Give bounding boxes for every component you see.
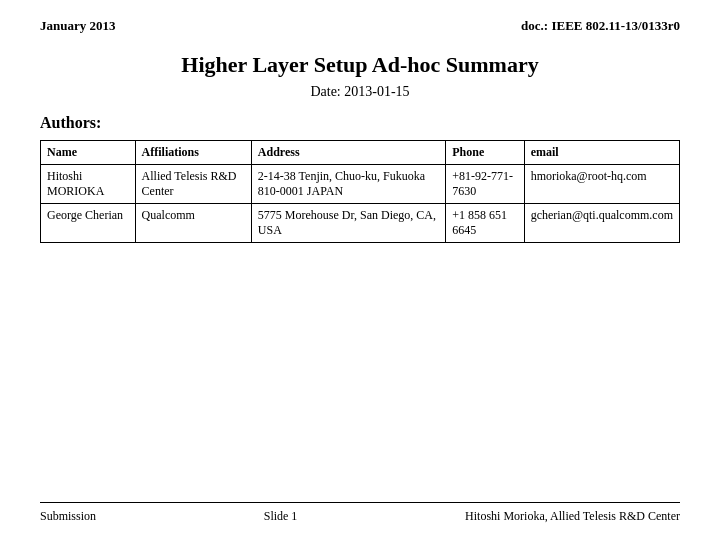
cell-name: Hitoshi MORIOKA (41, 165, 136, 204)
cell-email: hmorioka@root-hq.com (524, 165, 679, 204)
header-doc: doc.: IEEE 802.11-13/0133r0 (521, 18, 680, 34)
page: January 2013 doc.: IEEE 802.11-13/0133r0… (0, 0, 720, 540)
main-title: Higher Layer Setup Ad-hoc Summary (40, 52, 680, 78)
col-header-email: email (524, 141, 679, 165)
col-header-name: Name (41, 141, 136, 165)
footer-left: Submission (40, 509, 96, 524)
date-line: Date: 2013-01-15 (40, 84, 680, 100)
footer-right: Hitoshi Morioka, Allied Telesis R&D Cent… (465, 509, 680, 524)
table-row: Hitoshi MORIOKAAllied Telesis R&D Center… (41, 165, 680, 204)
table-header-row: Name Affiliations Address Phone email (41, 141, 680, 165)
header-bar: January 2013 doc.: IEEE 802.11-13/0133r0 (40, 18, 680, 34)
cell-phone: +1 858 651 6645 (446, 204, 524, 243)
footer-center: Slide 1 (264, 509, 298, 524)
cell-email: gcherian@qti.qualcomm.com (524, 204, 679, 243)
cell-affiliations: Allied Telesis R&D Center (135, 165, 251, 204)
cell-address: 5775 Morehouse Dr, San Diego, CA, USA (251, 204, 445, 243)
header-date: January 2013 (40, 18, 115, 34)
cell-affiliations: Qualcomm (135, 204, 251, 243)
col-header-affiliations: Affiliations (135, 141, 251, 165)
table-row: George CherianQualcomm5775 Morehouse Dr,… (41, 204, 680, 243)
cell-phone: +81-92-771-7630 (446, 165, 524, 204)
footer: Submission Slide 1 Hitoshi Morioka, Alli… (40, 502, 680, 524)
col-header-phone: Phone (446, 141, 524, 165)
col-header-address: Address (251, 141, 445, 165)
cell-address: 2-14-38 Tenjin, Chuo-ku, Fukuoka 810-000… (251, 165, 445, 204)
authors-table: Name Affiliations Address Phone email Hi… (40, 140, 680, 243)
cell-name: George Cherian (41, 204, 136, 243)
authors-label: Authors: (40, 114, 680, 132)
